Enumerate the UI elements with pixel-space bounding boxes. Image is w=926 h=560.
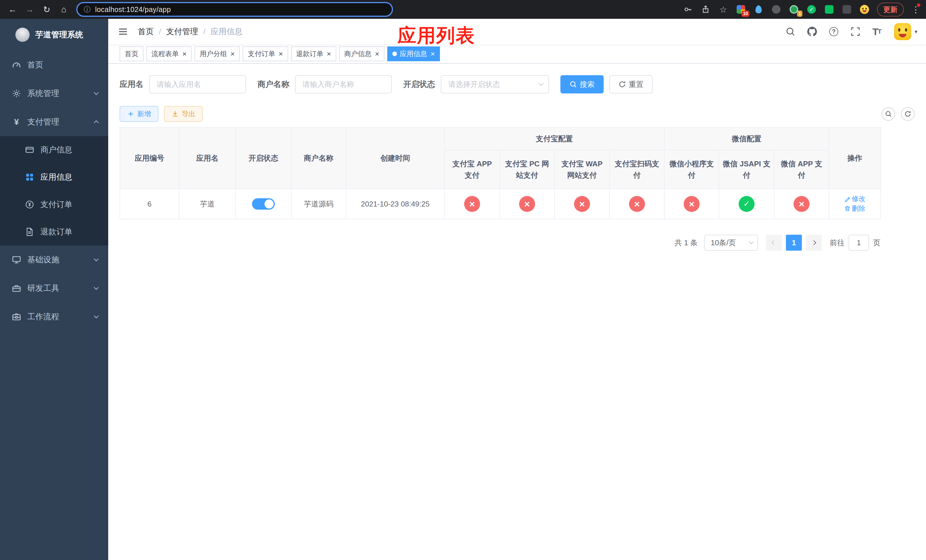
- page-size-select[interactable]: 10条/页: [705, 235, 758, 251]
- bookmark-star-icon[interactable]: ☆: [718, 4, 728, 15]
- edit-link[interactable]: 修改: [844, 194, 865, 203]
- font-size-icon[interactable]: TT: [868, 22, 886, 41]
- breadcrumb-separator: /: [203, 27, 206, 36]
- share-icon[interactable]: [701, 4, 711, 15]
- extension-grid-icon[interactable]: 10: [736, 4, 746, 15]
- close-icon[interactable]: ×: [327, 50, 331, 58]
- reload-icon[interactable]: ↻: [40, 3, 53, 16]
- page-info-icon[interactable]: ⓘ: [84, 5, 91, 14]
- close-icon[interactable]: ×: [182, 50, 186, 58]
- home-icon[interactable]: ⌂: [57, 3, 71, 16]
- next-page-button[interactable]: [806, 235, 822, 251]
- avatar: [894, 23, 911, 40]
- main-area: 首页 / 支付管理 / 应用信息 ?: [108, 19, 926, 560]
- search-button[interactable]: 搜索: [560, 75, 604, 94]
- navbar-actions: ? TT ▾: [781, 22, 917, 41]
- status-label: 开启状态: [403, 79, 435, 90]
- help-icon[interactable]: ?: [825, 22, 843, 41]
- sidebar-logo[interactable]: 芋道管理系统: [0, 19, 108, 51]
- fullscreen-icon[interactable]: [846, 22, 864, 41]
- wechat-mini-status-icon: [684, 196, 700, 212]
- sidebar-item-app-info[interactable]: 应用信息: [0, 163, 108, 191]
- sidebar-item-label: 商户信息: [41, 144, 72, 155]
- breadcrumb-payment[interactable]: 支付管理: [166, 26, 198, 37]
- browser-nav-buttons: ← → ↻ ⌂: [6, 3, 71, 16]
- extension-check-icon[interactable]: ✓: [806, 4, 817, 15]
- merchant-name-input[interactable]: [295, 75, 392, 94]
- group-header-alipay: 支付宝配置: [445, 127, 664, 150]
- tab-process-form[interactable]: 流程表单×: [146, 47, 192, 61]
- export-button[interactable]: 导出: [164, 106, 203, 122]
- chevron-down-icon: [94, 313, 99, 318]
- top-navbar: 首页 / 支付管理 / 应用信息 ?: [108, 19, 926, 44]
- extension-dark-icon[interactable]: [771, 4, 781, 15]
- sidebar-item-system[interactable]: 系统管理: [0, 79, 108, 107]
- extension-ring-icon[interactable]: 1: [789, 4, 799, 15]
- wechat-jsapi-status-icon: [738, 196, 755, 212]
- breadcrumb-home[interactable]: 首页: [138, 26, 154, 37]
- sidebar-item-label: 工作流程: [27, 311, 59, 322]
- tab-user-group[interactable]: 用户分组×: [195, 47, 240, 61]
- extension-puzzle-icon[interactable]: [842, 4, 852, 15]
- extension-drop-icon[interactable]: [754, 4, 764, 15]
- merchant-name-label: 商户名称: [257, 79, 289, 90]
- tab-merchant-info[interactable]: 商户信息×: [339, 47, 384, 61]
- browser-update-button[interactable]: 更新: [877, 3, 904, 17]
- tab-home[interactable]: 首页: [120, 47, 144, 61]
- column-header-wechat-mini: 微信小程序支付: [664, 150, 719, 189]
- column-header-created: 创建时间: [346, 127, 445, 189]
- alipay-scan-status-icon: [629, 196, 645, 212]
- delete-link[interactable]: 删除: [844, 204, 865, 213]
- key-icon[interactable]: [683, 4, 693, 15]
- search-icon[interactable]: [781, 22, 800, 41]
- browser-menu-icon[interactable]: ⋮: [911, 5, 920, 15]
- status-toggle[interactable]: [252, 198, 275, 210]
- sidebar-item-merchant-info[interactable]: 商户信息: [0, 136, 108, 163]
- browser-address-bar[interactable]: ⓘ localhost:1024/pay/app: [76, 2, 393, 17]
- sidebar-item-home[interactable]: 首页: [0, 51, 108, 79]
- sidebar-item-dev-tools[interactable]: 研发工具: [0, 274, 108, 303]
- pager: 1: [766, 235, 822, 251]
- tab-pay-orders[interactable]: 支付订单×: [243, 47, 288, 61]
- cell-wechat-mini: [664, 189, 719, 219]
- sidebar-item-label: 支付订单: [41, 199, 72, 210]
- forward-icon[interactable]: →: [23, 3, 36, 16]
- goto-page-input[interactable]: [849, 235, 869, 251]
- close-icon[interactable]: ×: [375, 50, 379, 58]
- sidebar-item-payment[interactable]: ¥ 支付管理: [0, 107, 108, 136]
- column-header-status: 开启状态: [236, 127, 291, 189]
- logo-avatar: [15, 28, 30, 42]
- column-header-wechat-app: 微信 APP 支付: [774, 150, 829, 189]
- url-text: localhost:1024/pay/app: [95, 5, 171, 14]
- status-select[interactable]: 请选择开启状态: [441, 75, 549, 94]
- close-icon[interactable]: ×: [431, 50, 435, 58]
- extension-avatar-icon[interactable]: [859, 4, 870, 15]
- briefcase-icon: [12, 312, 21, 321]
- back-icon[interactable]: ←: [6, 3, 20, 16]
- app-name-input[interactable]: [149, 75, 246, 94]
- coin-icon: [25, 200, 34, 209]
- sidebar-item-refund-orders[interactable]: 退款订单: [0, 218, 108, 245]
- sidebar-item-infrastructure[interactable]: 基础设施: [0, 245, 108, 274]
- cell-alipay-scan: [610, 189, 664, 219]
- tab-app-info[interactable]: 应用信息×: [387, 47, 440, 61]
- github-icon[interactable]: [803, 22, 821, 41]
- cell-actions: 修改 删除: [829, 189, 881, 219]
- reset-button[interactable]: 重置: [609, 75, 653, 94]
- caret-down-icon: ▾: [915, 28, 917, 35]
- close-icon[interactable]: ×: [230, 50, 235, 58]
- user-menu[interactable]: ▾: [894, 23, 917, 40]
- toggle-search-icon[interactable]: [882, 107, 895, 121]
- sidebar-item-pay-orders[interactable]: 支付订单: [0, 191, 108, 218]
- add-button[interactable]: 新增: [120, 106, 158, 122]
- refresh-icon[interactable]: [901, 107, 915, 121]
- tab-refund-orders[interactable]: 退款订单×: [291, 47, 336, 61]
- sidebar-toggle-icon[interactable]: [117, 25, 129, 38]
- close-icon[interactable]: ×: [278, 50, 283, 58]
- filter-form: 应用名 商户名称 开启状态 请选择开启状态: [120, 75, 915, 94]
- page-1-button[interactable]: 1: [786, 235, 802, 251]
- extension-chat-icon[interactable]: [824, 4, 834, 15]
- prev-page-button[interactable]: [766, 235, 782, 251]
- gear-icon: [12, 89, 21, 98]
- sidebar-item-workflow[interactable]: 工作流程: [0, 303, 108, 331]
